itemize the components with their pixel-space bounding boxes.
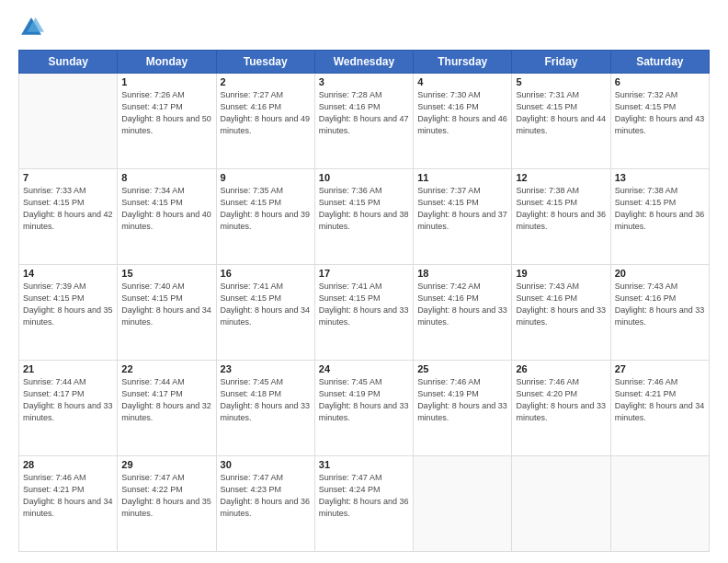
day-number: 13 — [615, 172, 705, 183]
day-info: Sunrise: 7:39 AMSunset: 4:15 PMDaylight:… — [23, 281, 113, 328]
calendar-cell: 4Sunrise: 7:30 AMSunset: 4:16 PMDaylight… — [414, 74, 512, 169]
calendar-cell: 14Sunrise: 7:39 AMSunset: 4:15 PMDayligh… — [19, 265, 118, 361]
calendar-cell: 13Sunrise: 7:38 AMSunset: 4:15 PMDayligh… — [610, 169, 709, 265]
calendar-week-4: 28Sunrise: 7:46 AMSunset: 4:21 PMDayligh… — [19, 456, 710, 552]
day-number: 23 — [221, 363, 311, 374]
day-info: Sunrise: 7:30 AMSunset: 4:16 PMDaylight:… — [417, 89, 507, 137]
day-number: 15 — [121, 268, 211, 279]
day-info: Sunrise: 7:27 AMSunset: 4:16 PMDaylight:… — [221, 89, 311, 137]
day-number: 8 — [121, 172, 211, 183]
calendar-header-monday: Monday — [118, 51, 216, 74]
calendar-cell: 20Sunrise: 7:43 AMSunset: 4:16 PMDayligh… — [610, 265, 709, 361]
day-number: 21 — [23, 363, 113, 374]
calendar-header-thursday: Thursday — [414, 51, 512, 74]
day-info: Sunrise: 7:36 AMSunset: 4:15 PMDaylight:… — [319, 185, 409, 233]
logo-icon — [18, 15, 44, 40]
calendar-cell: 27Sunrise: 7:46 AMSunset: 4:21 PMDayligh… — [610, 361, 709, 456]
calendar-cell: 9Sunrise: 7:35 AMSunset: 4:15 PMDaylight… — [216, 169, 314, 265]
day-info: Sunrise: 7:42 AMSunset: 4:16 PMDaylight:… — [417, 281, 507, 328]
day-number: 7 — [23, 172, 113, 183]
calendar-table: SundayMondayTuesdayWednesdayThursdayFrid… — [18, 50, 710, 552]
day-info: Sunrise: 7:26 AMSunset: 4:17 PMDaylight:… — [121, 89, 211, 137]
day-number: 28 — [23, 459, 113, 470]
calendar-cell: 6Sunrise: 7:32 AMSunset: 4:15 PMDaylight… — [610, 74, 709, 169]
day-info: Sunrise: 7:43 AMSunset: 4:16 PMDaylight:… — [615, 281, 705, 328]
day-number: 10 — [319, 172, 409, 183]
day-number: 11 — [417, 172, 507, 183]
day-info: Sunrise: 7:34 AMSunset: 4:15 PMDaylight:… — [121, 185, 211, 233]
day-number: 27 — [615, 363, 705, 374]
page: SundayMondayTuesdayWednesdayThursdayFrid… — [0, 0, 728, 563]
calendar-cell: 28Sunrise: 7:46 AMSunset: 4:21 PMDayligh… — [19, 456, 118, 552]
day-number: 5 — [516, 76, 606, 87]
calendar-week-3: 21Sunrise: 7:44 AMSunset: 4:17 PMDayligh… — [19, 361, 710, 456]
calendar-header-wednesday: Wednesday — [314, 51, 413, 74]
calendar-cell: 15Sunrise: 7:40 AMSunset: 4:15 PMDayligh… — [118, 265, 216, 361]
calendar-cell: 22Sunrise: 7:44 AMSunset: 4:17 PMDayligh… — [118, 361, 216, 456]
calendar-cell: 2Sunrise: 7:27 AMSunset: 4:16 PMDaylight… — [216, 74, 314, 169]
calendar-cell: 1Sunrise: 7:26 AMSunset: 4:17 PMDaylight… — [118, 74, 216, 169]
logo — [18, 15, 48, 40]
day-number: 18 — [417, 268, 507, 279]
calendar-cell: 30Sunrise: 7:47 AMSunset: 4:23 PMDayligh… — [216, 456, 314, 552]
calendar-cell — [19, 74, 118, 169]
day-info: Sunrise: 7:32 AMSunset: 4:15 PMDaylight:… — [615, 89, 705, 137]
day-info: Sunrise: 7:43 AMSunset: 4:16 PMDaylight:… — [516, 281, 606, 328]
day-info: Sunrise: 7:45 AMSunset: 4:18 PMDaylight:… — [221, 376, 311, 424]
day-info: Sunrise: 7:45 AMSunset: 4:19 PMDaylight:… — [319, 376, 409, 424]
day-number: 24 — [319, 363, 409, 374]
day-info: Sunrise: 7:38 AMSunset: 4:15 PMDaylight:… — [615, 185, 705, 233]
day-info: Sunrise: 7:41 AMSunset: 4:15 PMDaylight:… — [319, 281, 409, 328]
day-info: Sunrise: 7:47 AMSunset: 4:22 PMDaylight:… — [121, 472, 211, 520]
day-number: 4 — [417, 76, 507, 87]
calendar-header-row: SundayMondayTuesdayWednesdayThursdayFrid… — [19, 51, 710, 74]
day-number: 1 — [121, 76, 211, 87]
calendar-cell: 21Sunrise: 7:44 AMSunset: 4:17 PMDayligh… — [19, 361, 118, 456]
day-number: 3 — [319, 76, 409, 87]
day-number: 22 — [121, 363, 211, 374]
calendar-cell: 19Sunrise: 7:43 AMSunset: 4:16 PMDayligh… — [512, 265, 610, 361]
calendar-cell: 16Sunrise: 7:41 AMSunset: 4:15 PMDayligh… — [216, 265, 314, 361]
day-info: Sunrise: 7:44 AMSunset: 4:17 PMDaylight:… — [121, 376, 211, 424]
calendar-header-saturday: Saturday — [610, 51, 709, 74]
day-number: 9 — [221, 172, 311, 183]
calendar-cell: 24Sunrise: 7:45 AMSunset: 4:19 PMDayligh… — [314, 361, 413, 456]
calendar-cell: 31Sunrise: 7:47 AMSunset: 4:24 PMDayligh… — [314, 456, 413, 552]
day-number: 12 — [516, 172, 606, 183]
day-info: Sunrise: 7:38 AMSunset: 4:15 PMDaylight:… — [516, 185, 606, 233]
day-info: Sunrise: 7:40 AMSunset: 4:15 PMDaylight:… — [121, 281, 211, 328]
calendar-cell: 25Sunrise: 7:46 AMSunset: 4:19 PMDayligh… — [414, 361, 512, 456]
day-number: 30 — [221, 459, 311, 470]
calendar-cell — [512, 456, 610, 552]
calendar-week-2: 14Sunrise: 7:39 AMSunset: 4:15 PMDayligh… — [19, 265, 710, 361]
calendar-header-tuesday: Tuesday — [216, 51, 314, 74]
day-number: 6 — [615, 76, 705, 87]
day-info: Sunrise: 7:33 AMSunset: 4:15 PMDaylight:… — [23, 185, 113, 233]
day-number: 20 — [615, 268, 705, 279]
calendar-cell: 11Sunrise: 7:37 AMSunset: 4:15 PMDayligh… — [414, 169, 512, 265]
calendar-cell: 3Sunrise: 7:28 AMSunset: 4:16 PMDaylight… — [314, 74, 413, 169]
day-info: Sunrise: 7:46 AMSunset: 4:21 PMDaylight:… — [615, 376, 705, 424]
calendar-cell — [414, 456, 512, 552]
calendar-cell: 18Sunrise: 7:42 AMSunset: 4:16 PMDayligh… — [414, 265, 512, 361]
calendar-cell: 23Sunrise: 7:45 AMSunset: 4:18 PMDayligh… — [216, 361, 314, 456]
calendar-week-1: 7Sunrise: 7:33 AMSunset: 4:15 PMDaylight… — [19, 169, 710, 265]
day-number: 17 — [319, 268, 409, 279]
day-number: 25 — [417, 363, 507, 374]
calendar-header-sunday: Sunday — [19, 51, 118, 74]
day-info: Sunrise: 7:46 AMSunset: 4:20 PMDaylight:… — [516, 376, 606, 424]
calendar-week-0: 1Sunrise: 7:26 AMSunset: 4:17 PMDaylight… — [19, 74, 710, 169]
day-number: 26 — [516, 363, 606, 374]
day-number: 16 — [221, 268, 311, 279]
calendar-cell: 29Sunrise: 7:47 AMSunset: 4:22 PMDayligh… — [118, 456, 216, 552]
day-number: 2 — [221, 76, 311, 87]
day-number: 31 — [319, 459, 409, 470]
calendar-cell: 17Sunrise: 7:41 AMSunset: 4:15 PMDayligh… — [314, 265, 413, 361]
day-number: 29 — [121, 459, 211, 470]
day-info: Sunrise: 7:41 AMSunset: 4:15 PMDaylight:… — [221, 281, 311, 328]
calendar-cell: 10Sunrise: 7:36 AMSunset: 4:15 PMDayligh… — [314, 169, 413, 265]
day-info: Sunrise: 7:31 AMSunset: 4:15 PMDaylight:… — [516, 89, 606, 137]
calendar-header-friday: Friday — [512, 51, 610, 74]
calendar-cell — [610, 456, 709, 552]
day-info: Sunrise: 7:46 AMSunset: 4:21 PMDaylight:… — [23, 472, 113, 520]
